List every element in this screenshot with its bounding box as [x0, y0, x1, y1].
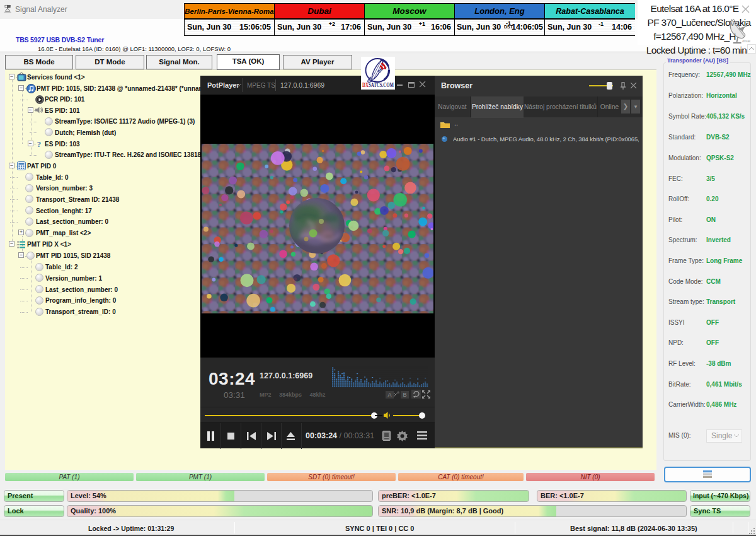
- svg-text:dxsatcs: dxsatcs: [742, 39, 750, 43]
- svg-text:?: ?: [37, 139, 42, 148]
- svg-text:DXSATCS.COM: DXSATCS.COM: [362, 82, 394, 88]
